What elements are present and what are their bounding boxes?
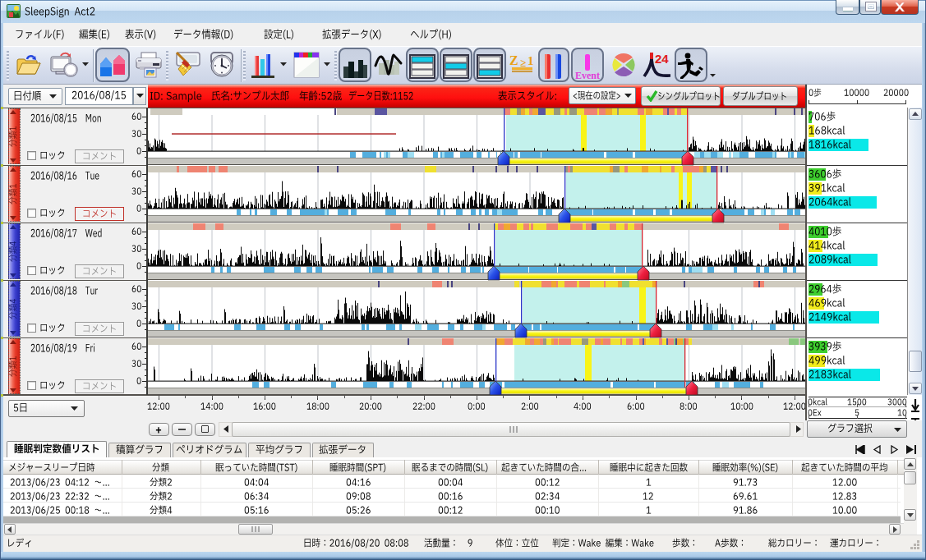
svg-text:24: 24 [655,52,669,66]
svg-text:Z: Z [509,53,518,67]
svg-text:≥: ≥ [520,57,526,69]
svg-text:1: 1 [527,54,534,67]
svg-text:Event: Event [575,70,600,80]
